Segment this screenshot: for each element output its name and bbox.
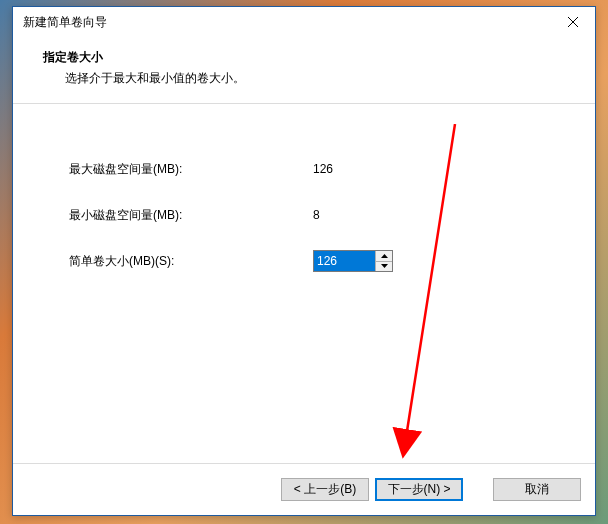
volume-size-input[interactable]: [314, 251, 375, 271]
page-subtitle: 选择介于最大和最小值的卷大小。: [65, 70, 575, 87]
back-button[interactable]: < 上一步(B): [281, 478, 369, 501]
volume-size-spinner: [313, 250, 393, 272]
wizard-buttons: < 上一步(B) 下一步(N) > 取消: [13, 463, 595, 515]
titlebar: 新建简单卷向导: [13, 7, 595, 37]
max-space-value: 126: [313, 162, 333, 176]
spinner-up-button[interactable]: [376, 251, 392, 262]
close-icon: [568, 17, 578, 27]
chevron-down-icon: [381, 264, 388, 268]
chevron-up-icon: [381, 254, 388, 258]
volume-size-label: 简单卷大小(MB)(S):: [69, 253, 313, 270]
spinner-buttons: [375, 251, 392, 271]
volume-size-row: 简单卷大小(MB)(S):: [69, 250, 565, 272]
min-space-label: 最小磁盘空间量(MB):: [69, 207, 313, 224]
spinner-down-button[interactable]: [376, 262, 392, 272]
wizard-dialog: 新建简单卷向导 指定卷大小 选择介于最大和最小值的卷大小。 最大磁盘空间量(MB…: [12, 6, 596, 516]
min-space-row: 最小磁盘空间量(MB): 8: [69, 204, 565, 226]
wizard-header: 指定卷大小 选择介于最大和最小值的卷大小。: [13, 37, 595, 104]
page-title: 指定卷大小: [43, 49, 575, 66]
max-space-row: 最大磁盘空间量(MB): 126: [69, 158, 565, 180]
next-button[interactable]: 下一步(N) >: [375, 478, 463, 501]
window-title: 新建简单卷向导: [23, 14, 550, 31]
wizard-content: 最大磁盘空间量(MB): 126 最小磁盘空间量(MB): 8 简单卷大小(MB…: [13, 104, 595, 463]
cancel-button[interactable]: 取消: [493, 478, 581, 501]
max-space-label: 最大磁盘空间量(MB):: [69, 161, 313, 178]
close-button[interactable]: [550, 7, 595, 37]
min-space-value: 8: [313, 208, 320, 222]
